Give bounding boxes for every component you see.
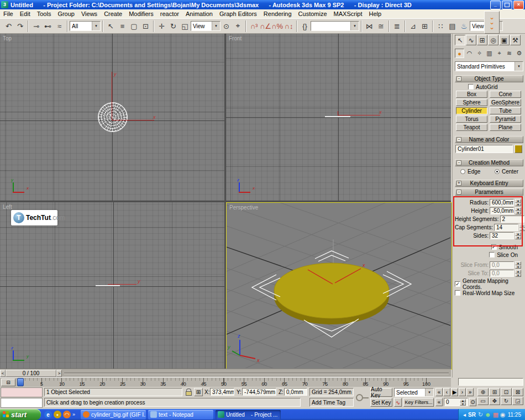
spinner[interactable]: ▲▼	[515, 199, 521, 206]
rectangular-selection-icon[interactable]: ▢	[128, 20, 140, 32]
time-prev-button[interactable]: <	[0, 370, 6, 377]
add-time-tag[interactable]: Add Time Tag	[309, 398, 354, 407]
redo-icon[interactable]: ↷	[14, 20, 26, 32]
time-slider-track[interactable]	[64, 372, 449, 374]
render-setup-icon[interactable]: ▤	[447, 20, 458, 32]
viewport-perspective[interactable]: Perspective	[226, 202, 452, 370]
task-cylinder-image[interactable]: cylinder_big.gif (GIF I...	[81, 410, 146, 419]
unlink-selection-icon[interactable]: ⊷	[42, 20, 54, 32]
create-helpers-icon[interactable]: ⌖	[495, 49, 504, 58]
time-next-button[interactable]: >	[56, 370, 62, 377]
select-and-manipulate-icon[interactable]: ⌖	[232, 20, 244, 32]
viewport-label[interactable]: Perspective	[229, 204, 258, 211]
spinner[interactable]: ▲▼	[460, 399, 466, 405]
menu-item[interactable]: Group	[54, 11, 78, 17]
restore-button[interactable]	[502, 1, 512, 9]
cylinder-wireframe-front[interactable]	[325, 116, 350, 117]
time-slider-handle[interactable]: 0 / 100	[6, 370, 56, 377]
collapse-icon[interactable]: -	[456, 160, 461, 165]
viewport-label[interactable]: Front	[229, 35, 242, 41]
go-to-end-button[interactable]: »	[466, 388, 474, 396]
create-shapes-icon[interactable]: ◠	[465, 49, 474, 58]
menu-item[interactable]: Edit	[17, 11, 34, 17]
menu-item[interactable]: Customize	[295, 11, 330, 17]
object-type-button[interactable]: Box	[456, 91, 487, 98]
percent-snap-icon[interactable]: ∩%	[271, 20, 283, 32]
chevron-down-icon[interactable]: ▼	[425, 389, 433, 396]
tray-alert-icon[interactable]: ▦	[493, 412, 498, 418]
spinner[interactable]: ▲▼	[515, 207, 521, 214]
checkbox[interactable]: ✓	[491, 244, 497, 250]
menu-item[interactable]: reactor	[157, 11, 182, 17]
expand-icon[interactable]: +	[456, 181, 461, 186]
select-by-name-icon[interactable]: ≡	[117, 20, 128, 32]
select-and-scale-icon[interactable]: ◱	[179, 20, 191, 32]
collapse-icon[interactable]: -	[456, 190, 461, 195]
checkbox[interactable]	[455, 290, 460, 296]
viewport-label[interactable]: Top	[3, 35, 12, 41]
viewport-front[interactable]: Front x z x	[226, 34, 451, 201]
tab-modify[interactable]: ∿	[466, 35, 476, 45]
menu-item[interactable]: Help	[366, 11, 385, 17]
edge-radio[interactable]	[460, 169, 465, 174]
spinner-snap-icon[interactable]: ∩↕	[283, 20, 295, 32]
menu-item[interactable]: Modifiers	[125, 11, 157, 17]
parameter-field[interactable]: 2	[500, 216, 524, 223]
menu-item[interactable]: Rendering	[260, 11, 295, 17]
mini-curve-editor-button[interactable]: ⊟	[1, 379, 15, 386]
select-object-icon[interactable]: ↖	[105, 20, 117, 32]
maxscript-listener-white[interactable]	[1, 398, 43, 408]
zoom-icon[interactable]: ⊕	[477, 388, 489, 396]
quick-render-icon[interactable]: ♨	[458, 20, 470, 32]
frame-slider[interactable]	[17, 378, 24, 386]
menu-item[interactable]: Graph Editors	[216, 11, 260, 17]
object-type-button[interactable]: GeoSphere	[490, 99, 521, 106]
min-max-toggle-icon[interactable]: ◲	[512, 397, 523, 405]
minimize-button[interactable]: _	[490, 1, 501, 9]
field-of-view-icon[interactable]: ▭	[477, 397, 489, 405]
viewport-left[interactable]: Left T TechTut .com y z y	[0, 202, 224, 369]
object-type-button[interactable]: Teapot	[456, 124, 487, 131]
tab-motion[interactable]: ◎	[488, 35, 498, 45]
create-cameras-icon[interactable]: ▥	[485, 49, 494, 58]
object-type-button[interactable]: Plane	[490, 124, 521, 131]
object-type-button[interactable]: Cylinder	[456, 107, 487, 114]
play-animation-button[interactable]: ▶	[451, 388, 458, 396]
create-geometry-icon[interactable]: ●	[455, 49, 464, 58]
object-type-button[interactable]: Pyramid	[490, 116, 521, 123]
parameter-field[interactable]: 14	[494, 224, 518, 231]
current-frame-field[interactable]: 0 ▲▼	[444, 398, 468, 406]
chevron-down-icon[interactable]: ▼	[514, 62, 523, 71]
spinner[interactable]: ▲▼	[515, 261, 521, 269]
schematic-view-icon[interactable]: ⊞	[419, 20, 431, 32]
menu-item[interactable]: Create	[101, 11, 125, 17]
checkbox[interactable]	[489, 252, 495, 258]
viewport-label[interactable]: Left	[3, 204, 12, 210]
tray-camera-icon[interactable]: ◉	[500, 412, 506, 418]
checkbox[interactable]: ✓	[455, 281, 460, 287]
task-notepad[interactable]: text - Notepad	[148, 410, 213, 419]
go-to-start-button[interactable]: «	[435, 388, 443, 396]
selection-filter-dropdown[interactable]: All ▼	[70, 21, 101, 31]
tab-create[interactable]: ↖	[455, 35, 465, 45]
zoom-all-icon[interactable]: ⊞	[489, 388, 500, 396]
key-filters-button[interactable]: Key Filters...	[403, 398, 434, 407]
auto-key-button[interactable]: Auto Key	[370, 388, 392, 397]
object-color-swatch[interactable]	[514, 145, 522, 153]
ql-ie-icon[interactable]: e	[44, 411, 52, 418]
rollout-name-and-color[interactable]: - Name and Color	[455, 136, 523, 143]
bind-to-space-warp-icon[interactable]: ≈	[54, 20, 65, 32]
close-button[interactable]: ×	[513, 1, 524, 9]
language-indicator[interactable]: SR	[468, 412, 476, 418]
named-selection-sets-icon[interactable]: {}	[299, 20, 311, 32]
selection-lock-icon[interactable]	[184, 388, 193, 396]
parameter-field[interactable]: 0,0	[490, 270, 514, 277]
cylinder-wireframe-left[interactable]	[96, 285, 120, 286]
parameter-field[interactable]: -50,0mm	[490, 207, 514, 214]
tray-collapse-icon[interactable]: ◂	[463, 412, 466, 418]
parameter-field[interactable]: 32	[490, 232, 514, 239]
create-spacewarps-icon[interactable]: ≋	[505, 49, 514, 58]
time-configuration-button[interactable]: ⊙	[469, 398, 476, 406]
tab-hierarchy[interactable]: ⊞	[477, 35, 487, 45]
object-type-button[interactable]: Cone	[490, 91, 521, 98]
